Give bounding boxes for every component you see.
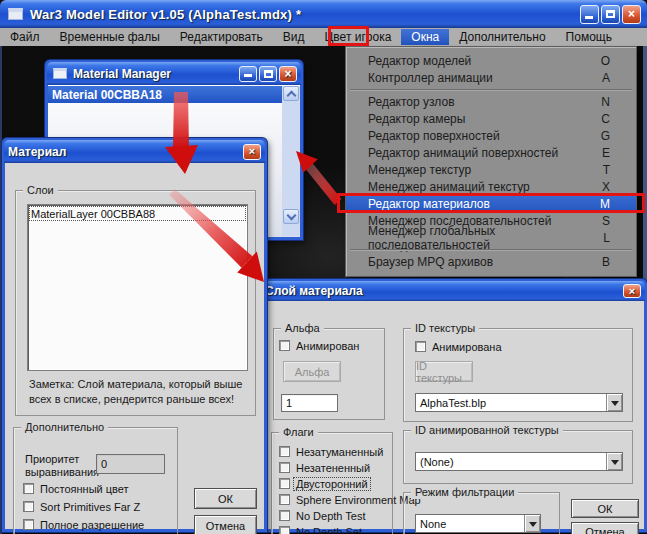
menu-item-geoset-anim-editor[interactable]: Редактор анимаций поверхностейE [346, 144, 636, 161]
close-button[interactable]: × [243, 144, 261, 160]
sort-primitives-checkbox[interactable]: Sort Primitives Far Z [23, 500, 140, 513]
minimize-icon [585, 16, 593, 19]
menu-item-node-editor[interactable]: Редактор узловN [346, 93, 636, 110]
menu-item-mpq-browser[interactable]: Браузер MPQ архивовB [346, 253, 636, 270]
main-window-title: War3 Model Editor v1.05 (AlphaTest.mdx) … [30, 7, 580, 22]
checkbox-icon [23, 483, 34, 494]
layer-dialog-title: Слой материала [265, 284, 363, 298]
close-button[interactable]: × [279, 66, 297, 82]
no-depth-set-checkbox[interactable]: No Depth Set [279, 525, 362, 534]
menu-bar: Файл Временные фалы Редактировать Вид Цв… [0, 28, 647, 46]
dropdown-button[interactable] [606, 394, 622, 411]
chevron-down-icon [611, 460, 619, 469]
menubar-item-temp-files[interactable]: Временные фалы [50, 29, 170, 45]
window-icon [53, 68, 67, 79]
menubar-item-help[interactable]: Помощь [556, 29, 622, 45]
chevron-up-icon [287, 91, 297, 101]
checkbox-icon [23, 519, 34, 530]
checkbox-icon [279, 462, 290, 473]
texture-select[interactable]: AlphaTest.blp [415, 393, 623, 412]
menu-separator [346, 86, 636, 93]
highlight-box-material-editor-item [337, 193, 645, 213]
menu-item-texture-manager[interactable]: Менеджер текстурT [346, 161, 636, 178]
menu-item-model-editor[interactable]: Редактор моделейO [346, 52, 636, 69]
dropdown-button[interactable] [606, 453, 622, 470]
full-resolution-checkbox[interactable]: Полное разрешение [23, 518, 144, 531]
cancel-button[interactable]: Отмена [194, 515, 257, 534]
ok-button[interactable]: ОК [571, 499, 639, 518]
menubar-item-edit[interactable]: Редактировать [170, 29, 273, 45]
unfogged-checkbox[interactable]: Незатуманенный [279, 445, 383, 458]
menubar-item-view[interactable]: Вид [273, 29, 315, 45]
layer-dialog-body: Альфа Анимирован Альфа 1 ID текстуры Ани… [262, 301, 644, 529]
material-dialog: Материал × Слои MaterialLayer 00CBBA88 З… [2, 138, 267, 532]
ok-button[interactable]: ОК [194, 488, 257, 509]
maximize-button[interactable] [601, 5, 620, 24]
menu-separator [346, 246, 636, 253]
menu-item-global-sequence-manager[interactable]: Менеджер глобальных последовательностейL [346, 229, 636, 246]
anim-texture-id-group-label: ID анимированной текстуры [411, 424, 563, 437]
priority-input[interactable]: 0 [96, 454, 165, 474]
constant-color-checkbox[interactable]: Постоянный цвет [23, 482, 129, 495]
anim-texture-select[interactable]: (None) [415, 452, 623, 471]
maximize-button[interactable] [259, 66, 277, 82]
close-icon: × [628, 8, 635, 20]
material-dialog-title: Материал [8, 145, 66, 159]
menu-item-camera-editor[interactable]: Редактор камерыC [346, 110, 636, 127]
app-icon [8, 8, 23, 20]
material-manager-titlebar: Material Manager × [47, 62, 301, 85]
scroll-up-button[interactable] [283, 86, 299, 101]
material-manager-title: Material Manager [73, 67, 171, 81]
dropdown-button[interactable] [524, 515, 540, 532]
material-layer-dialog: Слой материала × Альфа Анимирован Альфа … [259, 279, 647, 532]
highlight-box-windows-menu [328, 26, 369, 46]
menu-item-animation-controller[interactable]: Контроллер анимацииA [346, 69, 636, 86]
checkbox-icon [415, 341, 426, 352]
window-border-right [643, 46, 647, 286]
alpha-group-label: Альфа [281, 322, 324, 335]
close-icon: × [249, 146, 255, 157]
advanced-group-label: Дополнительно [21, 421, 108, 434]
texture-id-group-label: ID текстуры [411, 322, 479, 335]
minimize-button[interactable] [239, 66, 257, 82]
filter-mode-select[interactable]: None [415, 514, 541, 533]
close-button[interactable]: × [622, 5, 641, 24]
checkbox-icon [279, 446, 290, 457]
windows-menu-dropdown: Редактор моделейO Контроллер анимацииA Р… [345, 46, 637, 277]
sphere-env-map-checkbox[interactable]: Sphere Environment Map [279, 493, 421, 506]
checkbox-icon [279, 510, 290, 521]
close-icon: × [284, 68, 291, 80]
close-button[interactable]: × [623, 284, 641, 298]
layers-listbox: MaterialLayer 00CBBA88 [27, 204, 248, 371]
scroll-down-button[interactable] [283, 209, 299, 224]
maximize-icon [606, 10, 615, 18]
material-dialog-body: Слои MaterialLayer 00CBBA88 Заметка: Сло… [5, 163, 264, 529]
texture-id-button: ID текстуры [415, 361, 473, 382]
minimize-button[interactable] [580, 5, 599, 24]
texture-animated-checkbox[interactable]: Анимирована [415, 340, 502, 353]
menubar-item-windows[interactable]: Окна [401, 29, 449, 45]
two-sided-checkbox[interactable]: Двусторонний [279, 477, 370, 490]
cancel-button[interactable]: Отмена [571, 522, 639, 534]
screenshot-root: War3 Model Editor v1.05 (AlphaTest.mdx) … [0, 0, 647, 534]
filter-mode-group-label: Режим фильтрации [411, 486, 518, 499]
material-list-item-selected[interactable]: Material 00CBBA18 [48, 86, 282, 103]
layer-dialog-titlebar: Слой материала × [261, 281, 645, 301]
alpha-value-input[interactable]: 1 [281, 394, 338, 412]
checkbox-icon [279, 478, 290, 489]
checkbox-icon [279, 526, 290, 534]
maximize-icon [264, 70, 273, 78]
menubar-item-extra[interactable]: Дополнительно [449, 29, 555, 45]
no-depth-test-checkbox[interactable]: No Depth Test [279, 509, 366, 522]
unshaded-checkbox[interactable]: Незатененный [279, 461, 370, 474]
checkbox-icon [279, 340, 290, 351]
menu-item-geoset-editor[interactable]: Редактор поверхностейG [346, 127, 636, 144]
layer-list-item[interactable]: MaterialLayer 00CBBA88 [29, 206, 246, 221]
scrollbar[interactable] [282, 86, 300, 236]
checkbox-icon [23, 501, 34, 512]
alpha-animated-checkbox[interactable]: Анимирован [279, 339, 359, 352]
menubar-item-file[interactable]: Файл [0, 29, 50, 45]
chevron-down-icon [529, 522, 537, 531]
alpha-button: Альфа [283, 361, 341, 382]
chevron-down-icon [611, 401, 619, 410]
